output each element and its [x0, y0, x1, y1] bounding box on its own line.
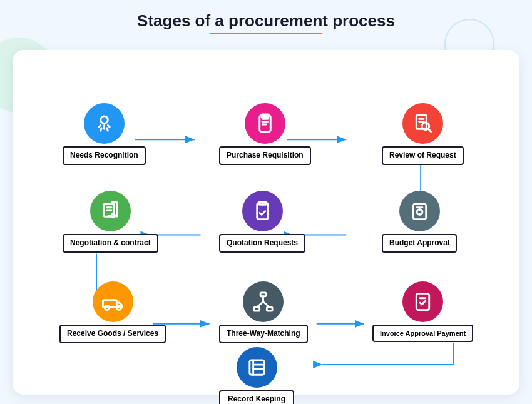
svg-line-21 [428, 129, 431, 131]
node-review: Review of Request [382, 103, 464, 165]
diagram: Needs Recognition Purchase Requisition [25, 69, 507, 388]
node-negotiation: Negotiation & contract [63, 191, 158, 253]
title-underline [210, 33, 322, 34]
node-needs: Needs Recognition [63, 103, 146, 165]
node-budget-label: Budget Approval [382, 234, 457, 253]
svg-rect-44 [249, 360, 263, 375]
node-quotation-label: Quotation Requests [219, 234, 305, 253]
node-budget-circle [399, 191, 440, 231]
node-invoice-label: Invoice Approval Payment [372, 325, 473, 342]
svg-rect-30 [413, 204, 426, 220]
svg-point-13 [101, 116, 108, 124]
node-matching: Three-Way-Matching [219, 281, 308, 343]
page-title: Stages of a procurement process [0, 11, 532, 31]
node-invoice: Invoice Approval Payment [372, 281, 473, 342]
node-record-label: Record Keeping [219, 390, 294, 404]
node-needs-circle [84, 103, 125, 144]
node-record-circle [237, 347, 277, 388]
node-negotiation-circle [90, 191, 131, 231]
node-review-label: Review of Request [382, 146, 464, 165]
svg-rect-42 [416, 293, 429, 310]
node-negotiation-label: Negotiation & contract [63, 234, 158, 253]
node-purchase-circle [245, 103, 285, 144]
node-review-circle [402, 103, 443, 144]
node-receive-label: Receive Goods / Services [59, 325, 166, 343]
node-invoice-circle [402, 281, 443, 322]
node-purchase-label: Purchase Requisition [219, 146, 311, 165]
node-matching-circle [243, 281, 284, 322]
node-record: Record Keeping [219, 347, 294, 404]
node-matching-label: Three-Way-Matching [219, 325, 308, 343]
node-purchase: Purchase Requisition [219, 103, 311, 165]
node-receive-circle [93, 281, 133, 322]
node-needs-label: Needs Recognition [63, 146, 146, 165]
node-quotation-circle [242, 191, 283, 231]
node-quotation: Quotation Requests [219, 191, 305, 253]
svg-line-41 [263, 302, 270, 308]
node-budget: Budget Approval [382, 191, 457, 253]
main-card: Needs Recognition Purchase Requisition [13, 50, 519, 395]
svg-line-40 [257, 302, 263, 308]
node-receive: Receive Goods / Services [59, 281, 166, 343]
